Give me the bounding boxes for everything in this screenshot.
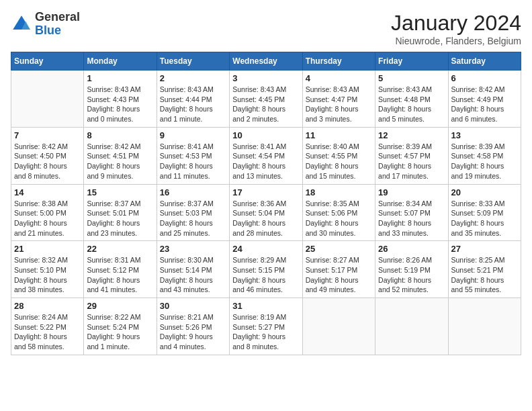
day-info: Sunrise: 8:19 AMSunset: 5:27 PMDaylight:…	[232, 312, 299, 352]
day-number: 14	[14, 187, 81, 197]
day-number: 31	[232, 301, 299, 311]
day-number: 27	[451, 244, 518, 254]
day-info: Sunrise: 8:38 AMSunset: 5:00 PMDaylight:…	[14, 199, 81, 238]
calendar-cell: 31Sunrise: 8:19 AMSunset: 5:27 PMDayligh…	[230, 298, 302, 355]
calendar-cell	[448, 298, 521, 355]
calendar-cell: 12Sunrise: 8:39 AMSunset: 4:57 PMDayligh…	[375, 127, 448, 184]
day-number: 5	[378, 73, 445, 83]
day-info: Sunrise: 8:42 AMSunset: 4:50 PMDaylight:…	[14, 142, 81, 181]
calendar-header-saturday: Saturday	[448, 52, 521, 71]
calendar-cell: 9Sunrise: 8:41 AMSunset: 4:53 PMDaylight…	[157, 127, 229, 184]
day-number: 25	[306, 244, 372, 254]
day-info: Sunrise: 8:24 AMSunset: 5:22 PMDaylight:…	[14, 312, 81, 352]
calendar-cell	[375, 298, 448, 355]
day-info: Sunrise: 8:34 AMSunset: 5:07 PMDaylight:…	[378, 199, 445, 238]
day-info: Sunrise: 8:37 AMSunset: 5:03 PMDaylight:…	[160, 199, 226, 238]
calendar-cell: 7Sunrise: 8:42 AMSunset: 4:50 PMDaylight…	[11, 127, 84, 184]
calendar-cell: 22Sunrise: 8:31 AMSunset: 5:12 PMDayligh…	[84, 241, 157, 298]
calendar-header-sunday: Sunday	[11, 52, 84, 71]
calendar-cell: 17Sunrise: 8:36 AMSunset: 5:04 PMDayligh…	[230, 184, 302, 241]
calendar-cell: 21Sunrise: 8:32 AMSunset: 5:10 PMDayligh…	[11, 241, 84, 298]
day-info: Sunrise: 8:42 AMSunset: 4:49 PMDaylight:…	[451, 85, 518, 124]
calendar-cell: 24Sunrise: 8:29 AMSunset: 5:15 PMDayligh…	[230, 241, 302, 298]
calendar-cell: 13Sunrise: 8:39 AMSunset: 4:58 PMDayligh…	[448, 127, 521, 184]
day-info: Sunrise: 8:39 AMSunset: 4:58 PMDaylight:…	[451, 142, 518, 181]
day-number: 7	[14, 130, 81, 140]
page-header: General Blue January 2024 Nieuwrode, Fla…	[11, 11, 521, 46]
month-title: January 2024	[391, 11, 521, 36]
day-number: 28	[14, 301, 81, 311]
calendar-week-row: 1Sunrise: 8:43 AMSunset: 4:43 PMDaylight…	[11, 71, 521, 128]
day-info: Sunrise: 8:30 AMSunset: 5:14 PMDaylight:…	[160, 255, 226, 295]
calendar-week-row: 21Sunrise: 8:32 AMSunset: 5:10 PMDayligh…	[11, 241, 521, 298]
day-number: 26	[378, 244, 445, 254]
calendar-cell: 30Sunrise: 8:21 AMSunset: 5:26 PMDayligh…	[157, 298, 229, 355]
day-info: Sunrise: 8:22 AMSunset: 5:24 PMDaylight:…	[87, 312, 153, 352]
day-number: 12	[378, 130, 445, 140]
day-number: 1	[87, 73, 153, 83]
day-info: Sunrise: 8:25 AMSunset: 5:21 PMDaylight:…	[451, 255, 518, 295]
calendar-week-row: 14Sunrise: 8:38 AMSunset: 5:00 PMDayligh…	[11, 184, 521, 241]
day-info: Sunrise: 8:37 AMSunset: 5:01 PMDaylight:…	[87, 199, 153, 238]
day-number: 19	[378, 187, 445, 197]
day-number: 18	[306, 187, 372, 197]
day-number: 17	[232, 187, 299, 197]
day-number: 13	[451, 130, 518, 140]
calendar-cell: 27Sunrise: 8:25 AMSunset: 5:21 PMDayligh…	[448, 241, 521, 298]
day-info: Sunrise: 8:43 AMSunset: 4:48 PMDaylight:…	[378, 85, 445, 124]
calendar-cell: 28Sunrise: 8:24 AMSunset: 5:22 PMDayligh…	[11, 298, 84, 355]
day-number: 3	[232, 73, 299, 83]
calendar-cell	[11, 71, 84, 128]
calendar-header-row: SundayMondayTuesdayWednesdayThursdayFrid…	[11, 52, 521, 71]
calendar-cell: 20Sunrise: 8:33 AMSunset: 5:09 PMDayligh…	[448, 184, 521, 241]
calendar-cell: 3Sunrise: 8:43 AMSunset: 4:45 PMDaylight…	[230, 71, 302, 128]
day-number: 21	[14, 244, 81, 254]
day-number: 8	[87, 130, 153, 140]
day-info: Sunrise: 8:36 AMSunset: 5:04 PMDaylight:…	[232, 199, 299, 238]
day-number: 4	[306, 73, 372, 83]
day-info: Sunrise: 8:40 AMSunset: 4:55 PMDaylight:…	[306, 142, 372, 181]
day-number: 30	[160, 301, 226, 311]
day-info: Sunrise: 8:29 AMSunset: 5:15 PMDaylight:…	[232, 255, 299, 295]
calendar-cell: 19Sunrise: 8:34 AMSunset: 5:07 PMDayligh…	[375, 184, 448, 241]
calendar-cell: 2Sunrise: 8:43 AMSunset: 4:44 PMDaylight…	[157, 71, 229, 128]
calendar-cell: 25Sunrise: 8:27 AMSunset: 5:17 PMDayligh…	[302, 241, 375, 298]
day-number: 2	[160, 73, 226, 83]
day-number: 11	[306, 130, 372, 140]
day-info: Sunrise: 8:31 AMSunset: 5:12 PMDaylight:…	[87, 255, 153, 295]
calendar-header-tuesday: Tuesday	[157, 52, 229, 71]
day-number: 10	[232, 130, 299, 140]
day-info: Sunrise: 8:39 AMSunset: 4:57 PMDaylight:…	[378, 142, 445, 181]
calendar-cell: 14Sunrise: 8:38 AMSunset: 5:00 PMDayligh…	[11, 184, 84, 241]
day-info: Sunrise: 8:26 AMSunset: 5:19 PMDaylight:…	[378, 255, 445, 295]
calendar-cell	[302, 298, 375, 355]
calendar-cell: 8Sunrise: 8:42 AMSunset: 4:51 PMDaylight…	[84, 127, 157, 184]
calendar-cell: 15Sunrise: 8:37 AMSunset: 5:01 PMDayligh…	[84, 184, 157, 241]
day-number: 20	[451, 187, 518, 197]
logo-icon	[11, 13, 32, 35]
day-info: Sunrise: 8:21 AMSunset: 5:26 PMDaylight:…	[160, 312, 226, 352]
calendar-cell: 16Sunrise: 8:37 AMSunset: 5:03 PMDayligh…	[157, 184, 229, 241]
calendar-header-wednesday: Wednesday	[230, 52, 302, 71]
calendar-cell: 18Sunrise: 8:35 AMSunset: 5:06 PMDayligh…	[302, 184, 375, 241]
day-number: 16	[160, 187, 226, 197]
day-number: 29	[87, 301, 153, 311]
calendar-cell: 5Sunrise: 8:43 AMSunset: 4:48 PMDaylight…	[375, 71, 448, 128]
location: Nieuwrode, Flanders, Belgium	[391, 36, 521, 46]
day-info: Sunrise: 8:33 AMSunset: 5:09 PMDaylight:…	[451, 199, 518, 238]
calendar-cell: 11Sunrise: 8:40 AMSunset: 4:55 PMDayligh…	[302, 127, 375, 184]
day-info: Sunrise: 8:42 AMSunset: 4:51 PMDaylight:…	[87, 142, 153, 181]
day-number: 15	[87, 187, 153, 197]
calendar-table: SundayMondayTuesdayWednesdayThursdayFrid…	[11, 52, 521, 355]
calendar-week-row: 28Sunrise: 8:24 AMSunset: 5:22 PMDayligh…	[11, 298, 521, 355]
calendar-cell: 29Sunrise: 8:22 AMSunset: 5:24 PMDayligh…	[84, 298, 157, 355]
calendar-cell: 6Sunrise: 8:42 AMSunset: 4:49 PMDaylight…	[448, 71, 521, 128]
calendar-cell: 26Sunrise: 8:26 AMSunset: 5:19 PMDayligh…	[375, 241, 448, 298]
calendar-header-friday: Friday	[375, 52, 448, 71]
day-info: Sunrise: 8:41 AMSunset: 4:54 PMDaylight:…	[232, 142, 299, 181]
day-info: Sunrise: 8:43 AMSunset: 4:43 PMDaylight:…	[87, 85, 153, 124]
calendar-cell: 23Sunrise: 8:30 AMSunset: 5:14 PMDayligh…	[157, 241, 229, 298]
day-info: Sunrise: 8:41 AMSunset: 4:53 PMDaylight:…	[160, 142, 226, 181]
calendar-week-row: 7Sunrise: 8:42 AMSunset: 4:50 PMDaylight…	[11, 127, 521, 184]
calendar-header-thursday: Thursday	[302, 52, 375, 71]
